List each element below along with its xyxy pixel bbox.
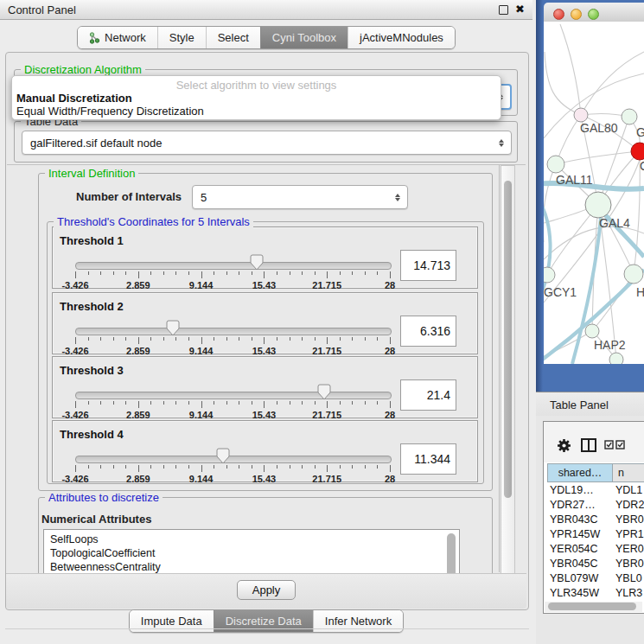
slider-scale-label: 28 bbox=[385, 410, 395, 420]
network-node[interactable] bbox=[585, 324, 599, 338]
threshold-slider-thumb[interactable] bbox=[317, 384, 331, 401]
float-window-icon[interactable] bbox=[499, 5, 508, 15]
table-cell[interactable]: YBR0 bbox=[608, 558, 644, 570]
slider-tick bbox=[302, 337, 303, 341]
threshold-slider-thumb[interactable] bbox=[250, 254, 264, 271]
split-columns-icon[interactable] bbox=[581, 438, 596, 452]
threshold-slider-track[interactable] bbox=[75, 392, 392, 399]
threshold-value-field[interactable]: 6.316 bbox=[400, 316, 456, 347]
algorithm-placeholder-option[interactable]: Select algorithm to view settings bbox=[12, 79, 501, 92]
table-row[interactable]: YER054CYER0 bbox=[544, 541, 644, 556]
tab-style[interactable]: Style bbox=[157, 27, 206, 48]
threshold-slider-track[interactable] bbox=[75, 262, 392, 270]
slider-tick bbox=[340, 465, 341, 469]
threshold-label: Threshold 4 bbox=[60, 428, 124, 441]
table-cell[interactable]: YER0 bbox=[608, 543, 644, 555]
table-cell[interactable]: YBR0 bbox=[608, 513, 644, 526]
numerical-attributes-list[interactable]: SelfLoopsTopologicalCoefficientBetweenne… bbox=[43, 529, 460, 575]
table-data-value: galFiltered.sif default node bbox=[22, 137, 495, 150]
threshold-value-field[interactable]: 11.344 bbox=[400, 443, 456, 475]
settings-scrollbar[interactable] bbox=[501, 165, 515, 574]
slider-tick bbox=[264, 271, 265, 278]
network-node[interactable] bbox=[622, 109, 637, 124]
table-hscrollbar[interactable] bbox=[545, 602, 642, 612]
table-cell[interactable]: YPR1 bbox=[608, 528, 644, 540]
attribute-list-item[interactable]: TopologicalCoefficient bbox=[50, 546, 459, 560]
network-node[interactable] bbox=[631, 143, 644, 160]
table-cell[interactable]: YDR2 bbox=[608, 499, 644, 511]
table-hscrollbar-thumb[interactable] bbox=[548, 603, 636, 610]
table-cell[interactable]: YDR27… bbox=[544, 499, 608, 511]
settings-scrollbar-thumb[interactable] bbox=[504, 181, 512, 498]
table-row[interactable]: YBR043CYBR0 bbox=[544, 512, 644, 526]
apply-button[interactable]: Apply bbox=[237, 580, 296, 600]
slider-tick bbox=[214, 337, 214, 341]
slider-scale-label: 21.715 bbox=[312, 280, 341, 290]
network-node[interactable] bbox=[585, 192, 611, 218]
window-title: Control Panel bbox=[8, 3, 76, 16]
threshold-value-field[interactable]: 14.713 bbox=[400, 250, 456, 281]
table-row[interactable]: YBR045CYBR0 bbox=[544, 556, 644, 571]
table-cell[interactable]: YBL079W bbox=[544, 572, 608, 584]
threshold-value-field[interactable]: 21.4 bbox=[400, 379, 456, 411]
tab-jactivemnodules[interactable]: jActiveMNodules bbox=[348, 27, 455, 48]
slider-tick bbox=[88, 337, 89, 341]
discretization-algorithm-label: Discretization Algorithm bbox=[21, 63, 145, 76]
table-data-combobox[interactable]: galFiltered.sif default node bbox=[22, 131, 512, 155]
slider-scale-label: 2.859 bbox=[126, 280, 150, 290]
number-of-intervals-combobox[interactable]: 5 bbox=[192, 185, 408, 209]
slider-tick bbox=[327, 337, 328, 344]
network-node[interactable] bbox=[547, 156, 564, 173]
table-row[interactable]: YDR27…YDR2 bbox=[544, 497, 644, 512]
threshold-slider-thumb[interactable] bbox=[166, 320, 180, 337]
table-row[interactable]: YLR345WYLR3 bbox=[544, 585, 644, 600]
column-header-shared-name[interactable]: shared… bbox=[547, 463, 613, 482]
slider-tick bbox=[239, 401, 239, 405]
algorithm-dropdown-popup: Select algorithm to view settings Manual… bbox=[11, 75, 501, 120]
attribute-list-item[interactable]: SelfLoops bbox=[50, 532, 459, 546]
algorithm-option-manual[interactable]: Manual Discretization bbox=[16, 92, 496, 105]
attribute-list-item[interactable]: BetweennessCentrality bbox=[50, 560, 459, 574]
tab-network[interactable]: Network bbox=[78, 27, 157, 48]
network-node[interactable] bbox=[539, 267, 555, 283]
checkbox-checked-icon[interactable] bbox=[604, 440, 614, 450]
slider-scale-label: 28 bbox=[385, 346, 395, 356]
table-cell[interactable]: YER054C bbox=[544, 543, 608, 555]
table-row[interactable]: YBL079WYBL0 bbox=[544, 571, 644, 585]
table-cell[interactable]: YPR145W bbox=[544, 528, 608, 540]
attributes-list-scrollbar-thumb[interactable] bbox=[447, 533, 456, 575]
column-header-name[interactable]: n bbox=[613, 463, 644, 482]
table-cell[interactable]: YDL19… bbox=[544, 484, 608, 496]
threshold-slider-track[interactable] bbox=[75, 456, 392, 463]
threshold-slider-track[interactable] bbox=[75, 328, 392, 335]
slider-ticks bbox=[75, 401, 390, 409]
table-row[interactable]: YPR145WYPR1 bbox=[544, 526, 644, 541]
close-icon[interactable]: ✖ bbox=[515, 3, 525, 16]
slider-tick bbox=[352, 465, 353, 469]
slider-tick bbox=[239, 337, 239, 341]
table-cell[interactable]: YBR043C bbox=[544, 513, 608, 526]
gear-icon[interactable] bbox=[557, 438, 571, 453]
table-row[interactable]: YDL19…YDL1 bbox=[544, 482, 644, 497]
threshold-slider-thumb[interactable] bbox=[216, 448, 230, 465]
network-node[interactable] bbox=[574, 108, 588, 122]
slider-tick bbox=[352, 337, 353, 341]
network-node-label: GAL11 bbox=[556, 173, 593, 187]
table-cell[interactable]: YDL1 bbox=[608, 484, 644, 496]
tab-select[interactable]: Select bbox=[206, 27, 260, 48]
tab-cyni-toolbox[interactable]: Cyni Toolbox bbox=[260, 27, 348, 48]
table-cell[interactable]: YBL0 bbox=[608, 572, 644, 584]
algorithm-option-equal-width[interactable]: Equal Width/Frequency Discretization bbox=[16, 105, 496, 118]
slider-tick bbox=[315, 271, 316, 275]
checkbox-checked-icon[interactable] bbox=[615, 440, 625, 450]
table-cell[interactable]: YBR045C bbox=[544, 558, 608, 570]
table-cell[interactable]: YLR345W bbox=[544, 587, 608, 599]
table-header-row: shared… n bbox=[544, 463, 644, 482]
slider-tick bbox=[377, 465, 378, 469]
table-cell[interactable]: YLR3 bbox=[608, 587, 644, 599]
network-node[interactable] bbox=[624, 265, 643, 284]
network-node[interactable] bbox=[609, 353, 623, 367]
network-edge bbox=[556, 151, 640, 164]
network-node-label: GCY1 bbox=[544, 285, 577, 299]
network-node-label: C bbox=[640, 159, 644, 173]
